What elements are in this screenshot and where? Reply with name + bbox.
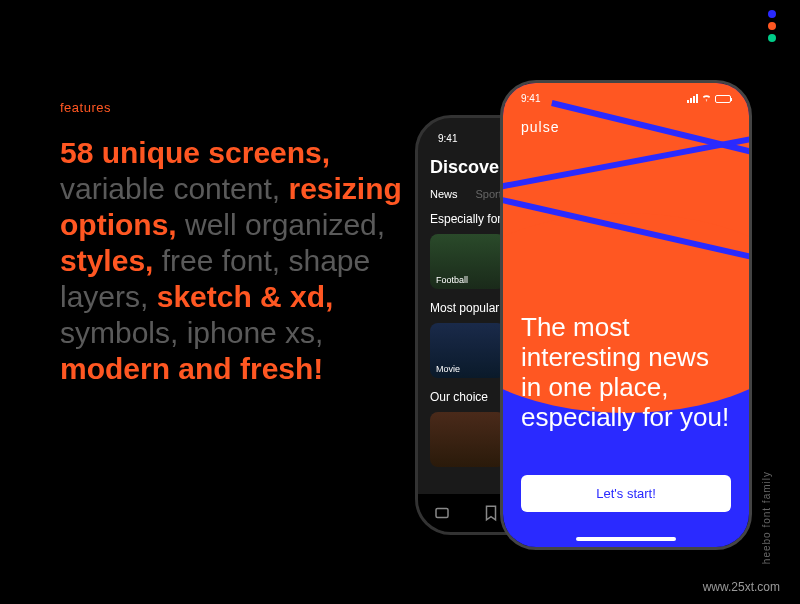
- hero-text: The most interesting news in one place, …: [521, 313, 731, 433]
- svg-line-6: [503, 198, 749, 258]
- content-card[interactable]: [430, 412, 505, 467]
- feature-segment: symbols, iphone xs,: [60, 316, 323, 349]
- battery-icon: [715, 95, 731, 103]
- home-indicator: [576, 537, 676, 541]
- dot-blue: [768, 10, 776, 18]
- status-icons-front: [687, 93, 731, 104]
- statusbar-front: 9:41: [503, 83, 749, 114]
- feature-segment: modern and fresh!: [60, 352, 323, 385]
- watermark: www.25xt.com: [703, 580, 780, 594]
- feature-segment: well organized,: [185, 208, 385, 241]
- dot-green: [768, 34, 776, 42]
- features-label: features: [60, 100, 111, 115]
- dot-orange: [768, 22, 776, 30]
- brand-logo: pulse: [521, 119, 559, 135]
- time-back: 9:41: [438, 133, 457, 144]
- font-family-note: heebo font family: [761, 471, 772, 564]
- feature-segment: variable content,: [60, 172, 288, 205]
- cta-button[interactable]: Let's start!: [521, 475, 731, 512]
- feature-segment: sketch & xd,: [157, 280, 334, 313]
- phone-mockup-front: 9:41 pulse The most interesting news in …: [500, 80, 752, 550]
- feature-segment: styles,: [60, 244, 162, 277]
- feature-segment: 58 unique screens,: [60, 136, 330, 169]
- content-card[interactable]: Movie: [430, 323, 505, 378]
- svg-rect-0: [436, 509, 448, 518]
- time-front: 9:41: [521, 93, 540, 104]
- accent-dots: [768, 10, 776, 42]
- content-card[interactable]: Football: [430, 234, 505, 289]
- wifi-icon: [701, 93, 712, 104]
- svg-line-5: [503, 138, 749, 188]
- signal-icon: [687, 94, 698, 103]
- feature-text: 58 unique screens, variable content, res…: [60, 135, 430, 387]
- tab-sport[interactable]: Sport: [476, 188, 502, 200]
- bookmark-icon[interactable]: [482, 504, 500, 522]
- tab-news[interactable]: News: [430, 188, 458, 200]
- home-icon[interactable]: [433, 504, 451, 522]
